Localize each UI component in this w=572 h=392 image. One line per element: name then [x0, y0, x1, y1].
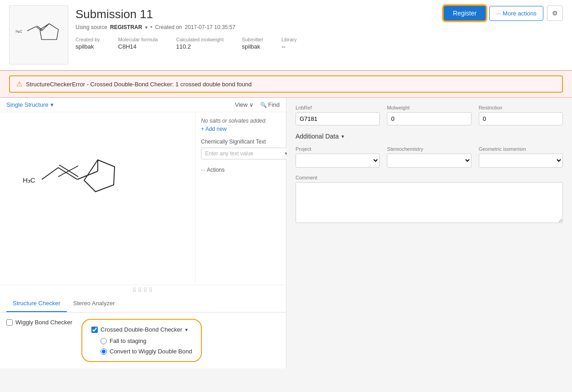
source-name: REGISTRAR [110, 24, 142, 30]
molecule-thumbnail: H₃C [9, 5, 68, 65]
crossed-bond-header: Crossed Double-Bond Checker ▾ [91, 326, 192, 333]
add-new-link[interactable]: + Add new [201, 126, 281, 132]
library-label: Library [281, 37, 297, 42]
chem-text-label: Chemically Significant Text [201, 139, 281, 145]
svg-line-8 [58, 168, 77, 179]
wiggly-bond-checker: Wiggly Bond Checker [6, 319, 72, 326]
view-chevron-icon: ∨ [249, 101, 254, 108]
stereo-label: Stereochemistry [387, 146, 471, 152]
no-salts-label: No salts or solvates added. [201, 118, 281, 124]
svg-text:H₃C: H₃C [15, 29, 22, 34]
additional-data-label: Additional Data [296, 133, 339, 140]
single-structure-label: Single Structure [6, 101, 49, 108]
svg-marker-12 [84, 160, 115, 192]
tab-structure-checker[interactable]: Structure Checker [6, 295, 67, 312]
convert-wiggly-radio[interactable] [100, 348, 107, 355]
checker-content: Wiggly Bond Checker Crossed Double-Bond … [0, 313, 286, 368]
structure-canvas-wrapper: H₃C No salts or solvates adde [0, 112, 286, 285]
top-fields-row: LnbRef Molweight Restriction [296, 105, 563, 125]
fall-staging-option[interactable]: Fall to staging [100, 337, 192, 344]
restriction-label: Restriction [479, 105, 563, 110]
additional-fields-row: Project Stereochemistry Geometric isomer… [296, 146, 563, 168]
lnbref-input[interactable] [296, 112, 380, 125]
molweight-label: Molweight [387, 105, 471, 110]
wiggly-checkbox[interactable] [6, 319, 13, 326]
stereo-select[interactable] [387, 154, 471, 168]
find-button[interactable]: 🔍 Find [260, 101, 280, 108]
stereochemistry-field: Stereochemistry [387, 146, 471, 168]
find-label: Find [268, 101, 280, 108]
comment-section: Comment [296, 175, 563, 224]
created-by-label: Created by [75, 37, 100, 42]
restriction-input[interactable] [479, 112, 563, 125]
left-panel: Single Structure ▾ View ∨ 🔍 Find H [0, 98, 286, 368]
fall-staging-radio[interactable] [100, 338, 107, 344]
calc-molweight-label: Calculated molweight [176, 37, 224, 42]
geometric-select[interactable] [479, 154, 563, 168]
page-title: Submission 11 [75, 7, 297, 21]
lnbref-field: LnbRef [296, 105, 380, 125]
gear-button[interactable]: ⚙ [547, 5, 563, 21]
mol-formula-value: C8H14 [118, 43, 136, 50]
project-label: Project [296, 146, 380, 152]
additional-data-chevron-icon: ▾ [341, 134, 344, 139]
geometric-field: Geometric isomerism [479, 146, 563, 168]
main-area: Single Structure ▾ View ∨ 🔍 Find H [0, 98, 572, 368]
crossed-checkbox[interactable] [91, 327, 98, 333]
source-dropdown[interactable]: ▾ [145, 25, 148, 30]
more-actions-button[interactable]: ··· More actions [489, 6, 543, 21]
comment-label: Comment [296, 175, 563, 180]
dot-separator: • [151, 24, 152, 30]
chem-text-select[interactable]: Enter any text value ▾ [201, 148, 292, 159]
actions-link[interactable]: ··· Actions [201, 167, 281, 173]
molweight-input[interactable] [387, 112, 471, 125]
header-left: H₃C Submission 11 Using source REGISTRAR… [9, 5, 297, 65]
restriction-field: Restriction [479, 105, 563, 125]
library-item: Library -- [281, 37, 297, 50]
register-button[interactable]: Register [444, 6, 486, 20]
project-select[interactable] [296, 154, 380, 168]
crossed-bond-label[interactable]: Crossed Double-Bond Checker [100, 326, 182, 333]
right-panel: LnbRef Molweight Restriction Additional … [286, 98, 572, 368]
convert-wiggly-option[interactable]: Convert to Wiggly Double Bond [100, 348, 192, 355]
fall-staging-label: Fall to staging [110, 337, 146, 344]
library-value: -- [281, 43, 286, 50]
molecule-canvas: H₃C [0, 112, 195, 285]
geometric-label: Geometric isomerism [479, 146, 563, 152]
mol-formula-label: Molecular formula [118, 37, 158, 42]
mol-formula-item: Molecular formula C8H14 [118, 37, 158, 50]
svg-text:H₃C: H₃C [23, 176, 35, 184]
additional-data-section[interactable]: Additional Data ▾ [296, 133, 563, 140]
drag-handle[interactable]: ⠿⠿⠿⠿ [0, 285, 286, 295]
header-actions: Register ··· More actions ⚙ [444, 5, 563, 21]
crossed-dropdown-icon[interactable]: ▾ [185, 327, 188, 333]
submitter-item: Submitter spilbak [242, 37, 263, 50]
created-date: 2017-07-17 10:35:57 [185, 24, 235, 30]
radio-group: Fall to staging Convert to Wiggly Double… [91, 337, 192, 355]
single-structure-button[interactable]: Single Structure ▾ [6, 101, 54, 108]
molecule-drawing: H₃C [5, 117, 159, 235]
gear-icon: ⚙ [552, 10, 558, 17]
page-header: H₃C Submission 11 Using source REGISTRAR… [0, 0, 572, 70]
source-using-label: Using source [75, 24, 107, 30]
comment-textarea[interactable] [296, 182, 563, 223]
chem-text-value: Enter any text value [205, 150, 253, 157]
wiggly-label[interactable]: Wiggly Bond Checker [15, 319, 72, 326]
view-button[interactable]: View ∨ [235, 101, 254, 108]
calc-molweight-value: 110.2 [176, 43, 191, 50]
calc-molweight-item: Calculated molweight 110.2 [176, 37, 224, 50]
salts-panel: No salts or solvates added. + Add new Ch… [195, 112, 286, 285]
created-label: Created on [155, 24, 182, 30]
tab-stereo-analyzer[interactable]: Stereo Analyzer [67, 295, 121, 312]
convert-wiggly-label: Convert to Wiggly Double Bond [110, 348, 192, 355]
search-icon: 🔍 [260, 102, 267, 108]
crossed-bond-group: Crossed Double-Bond Checker ▾ Fall to st… [81, 319, 202, 362]
bottom-tabs: Structure Checker Stereo Analyzer [0, 295, 286, 313]
structure-toolbar: Single Structure ▾ View ∨ 🔍 Find [0, 98, 286, 112]
view-label: View [235, 101, 248, 108]
svg-line-5 [41, 24, 49, 31]
svg-line-7 [42, 168, 58, 179]
warning-icon: ⚠ [16, 80, 22, 88]
molweight-field: Molweight [387, 105, 471, 125]
created-by-item: Created by spilbak [75, 37, 100, 50]
